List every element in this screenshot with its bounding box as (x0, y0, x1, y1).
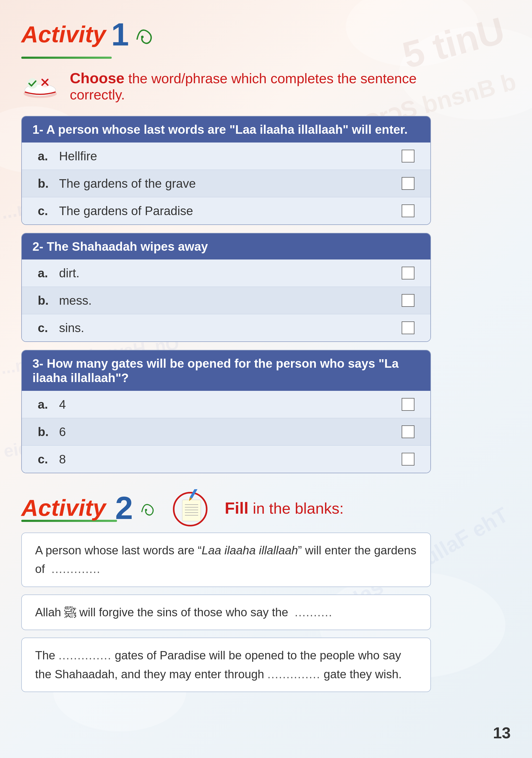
svg-point-0 (141, 36, 144, 38)
question-1-option-c: c. The gardens of Paradise (22, 197, 430, 224)
choose-word: Choose (70, 70, 124, 86)
svg-point-7 (145, 509, 147, 511)
svg-rect-9 (182, 500, 201, 521)
question-2-option-b: b. mess. (22, 287, 430, 314)
checkbox-1c[interactable] (402, 204, 414, 217)
checkbox-3a[interactable] (402, 398, 414, 411)
question-1-options: a. Hellfire b. The gardens of the grave … (22, 143, 430, 224)
checkbox-2a[interactable] (402, 267, 414, 279)
blank-2-box: Allah ﷺ will forgive the sins of those w… (21, 595, 431, 630)
question-1-header: 1- A person whose last words are "Laa il… (22, 117, 430, 143)
activity2-header: Activity 2 (21, 489, 431, 527)
notebook-icon (169, 489, 211, 527)
check-x-icon (21, 69, 59, 101)
blank-1-box: A person whose last words are “Laa ilaah… (21, 533, 431, 587)
question-3-option-b: b. 6 (22, 418, 430, 446)
activity2-instruction-text: Fill in the blanks: (225, 499, 344, 517)
question-2-block: 2- The Shahaadah wipes away a. dirt. b. … (21, 233, 431, 342)
activity1-label: Activity (21, 21, 106, 48)
question-2-options: a. dirt. b. mess. c. sins. (22, 259, 430, 341)
question-2-option-a: a. dirt. (22, 259, 430, 287)
question-3-option-a: a. 4 (22, 391, 430, 418)
checkbox-2b[interactable] (402, 294, 414, 307)
question-3-block: 3- How many gates will be opened for the… (21, 350, 431, 473)
swirl-icon (134, 24, 161, 45)
question-1-block: 1- A person whose last words are "Laa il… (21, 116, 431, 225)
activity2-label: Activity (21, 494, 106, 521)
question-3-options: a. 4 b. 6 c. 8 (22, 391, 430, 473)
question-2-option-c: c. sins. (22, 314, 430, 341)
checkbox-3b[interactable] (402, 426, 414, 438)
checkbox-3c[interactable] (402, 453, 414, 465)
activity1-underline (21, 57, 112, 59)
checkbox-1b[interactable] (402, 177, 414, 190)
page-number: 13 (493, 724, 511, 742)
checkbox-1a[interactable] (402, 150, 414, 162)
blank-3-box: The .............. gates of Paradise wil… (21, 637, 431, 692)
question-2-header: 2- The Shahaadah wipes away (22, 233, 430, 259)
activity1-number: 1 (111, 16, 129, 52)
activity1-instruction-text: Choose the word/phrase which completes t… (70, 69, 431, 103)
activity2-number: 2 (115, 490, 133, 526)
fill-bold: Fill (225, 499, 249, 517)
activity1-instruction: Choose the word/phrase which completes t… (21, 69, 431, 103)
checkbox-2c[interactable] (402, 322, 414, 334)
swirl2-icon (140, 499, 161, 517)
question-3-header: 3- How many gates will be opened for the… (22, 350, 430, 391)
fill-rest: in the blanks: (248, 500, 344, 517)
question-1-option-b: b. The gardens of the grave (22, 170, 430, 197)
question-3-option-c: c. 8 (22, 446, 430, 473)
question-1-option-a: a. Hellfire (22, 143, 430, 170)
activity1-title: Activity 1 (21, 16, 431, 52)
